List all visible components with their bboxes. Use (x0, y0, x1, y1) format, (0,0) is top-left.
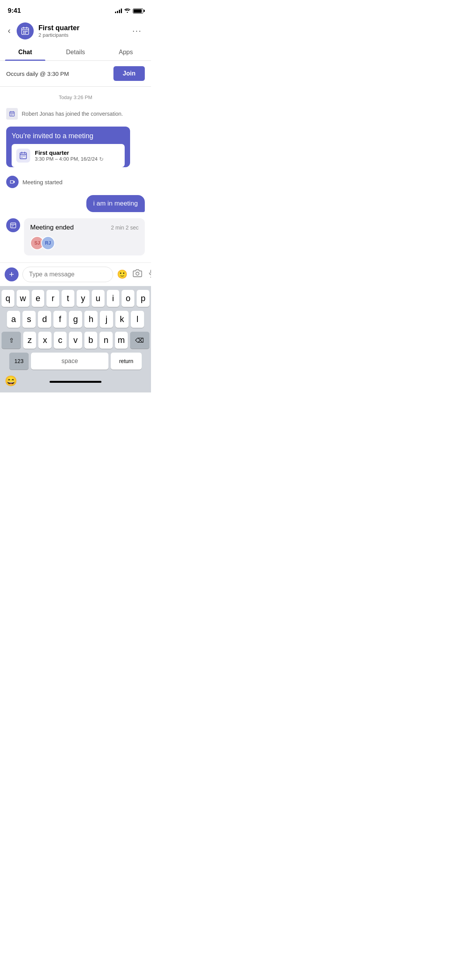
keyboard-row-1: q w e r t y u i o p (2, 290, 149, 307)
keyboard-row-3: ⇧ z x c v b n m ⌫ (2, 332, 149, 349)
chat-area: Today 3:26 PM Robert Jonas has joined th… (0, 87, 151, 262)
key-q[interactable]: q (2, 290, 14, 307)
add-button[interactable]: + (5, 267, 19, 281)
status-time: 9:41 (8, 7, 21, 15)
key-delete[interactable]: ⌫ (130, 332, 149, 349)
header-title: First quarter (38, 24, 124, 32)
key-i[interactable]: i (107, 290, 120, 307)
outgoing-message-wrap: i am in meeting (0, 193, 151, 214)
join-button[interactable]: Join (113, 66, 145, 81)
keyboard: q w e r t y u i o p a s d f g h j k l ⇧ … (0, 286, 151, 392)
meeting-ended-wrap: Meeting ended 2 min 2 sec SJ RJ (0, 214, 151, 259)
svg-rect-17 (12, 115, 12, 115)
more-button[interactable]: ··· (129, 24, 145, 38)
key-t[interactable]: t (62, 290, 74, 307)
key-r[interactable]: r (46, 290, 59, 307)
keyboard-emoji-button[interactable]: 😄 (3, 373, 19, 389)
svg-rect-30 (12, 226, 12, 227)
input-actions: 🙂 (117, 269, 151, 280)
message-input[interactable] (22, 267, 113, 282)
svg-rect-8 (25, 33, 26, 34)
invite-card-details: First quarter 3:30 PM – 4:00 PM, 16/2/24… (35, 149, 104, 162)
key-s[interactable]: s (22, 311, 36, 328)
svg-rect-22 (21, 156, 22, 156)
svg-rect-24 (24, 156, 25, 156)
participant-avatars: SJ RJ (30, 236, 139, 250)
key-k[interactable]: k (115, 311, 129, 328)
key-numbers[interactable]: 123 (9, 353, 29, 370)
svg-rect-14 (12, 114, 12, 114)
meeting-duration: 2 min 2 sec (111, 224, 139, 231)
header-subtitle: 2 participants (38, 32, 124, 38)
date-separator: Today 3:26 PM (0, 94, 151, 100)
meeting-ended-label: Meeting ended (30, 224, 74, 231)
system-message-text: Robert Jonas has joined the conversation… (22, 111, 123, 117)
participant-rj: RJ (41, 236, 55, 250)
svg-rect-4 (23, 31, 24, 32)
svg-point-31 (136, 272, 139, 275)
key-a[interactable]: a (7, 311, 20, 328)
key-u[interactable]: u (92, 290, 105, 307)
keyboard-row-2: a s d f g h j k l (2, 311, 149, 328)
invite-card-icon (16, 149, 30, 163)
invite-card: You're invited to a meeting First quarte… (6, 127, 130, 167)
svg-rect-16 (11, 115, 12, 115)
svg-rect-29 (13, 225, 14, 226)
meeting-ended-avatar (6, 218, 20, 232)
key-y[interactable]: y (77, 290, 89, 307)
key-shift[interactable]: ⇧ (2, 332, 21, 349)
signal-icon (115, 9, 122, 13)
keyboard-row-4: 123 space return (2, 353, 149, 370)
meeting-started: Meeting started (0, 171, 151, 193)
key-g[interactable]: g (69, 311, 82, 328)
key-v[interactable]: v (69, 332, 82, 349)
svg-rect-23 (23, 156, 24, 156)
key-w[interactable]: w (17, 290, 29, 307)
join-banner-text: Occurs daily @ 3:30 PM (6, 70, 69, 77)
wifi-icon (124, 8, 130, 14)
key-x[interactable]: x (38, 332, 51, 349)
key-n[interactable]: n (100, 332, 112, 349)
svg-rect-32 (151, 270, 151, 274)
mic-button[interactable] (148, 269, 151, 280)
key-f[interactable]: f (53, 311, 67, 328)
keyboard-bottom: 😄 (2, 373, 149, 391)
tab-apps[interactable]: Apps (101, 44, 151, 60)
svg-rect-5 (25, 31, 26, 32)
tab-chat[interactable]: Chat (0, 44, 50, 60)
key-return[interactable]: return (111, 353, 142, 370)
input-area: + 🙂 (0, 262, 151, 286)
home-indicator (50, 381, 101, 383)
back-button[interactable]: ‹ (6, 24, 12, 38)
key-h[interactable]: h (84, 311, 98, 328)
key-space[interactable]: space (31, 353, 108, 370)
tabs: Chat Details Apps (0, 44, 151, 61)
camera-icon (6, 176, 19, 188)
key-l[interactable]: l (131, 311, 144, 328)
svg-rect-25 (21, 157, 22, 158)
meeting-ended-header: Meeting ended 2 min 2 sec (30, 224, 139, 231)
status-icons (115, 8, 143, 14)
key-b[interactable]: b (84, 332, 97, 349)
svg-rect-7 (23, 33, 24, 34)
invite-card-inner: First quarter 3:30 PM – 4:00 PM, 16/2/24… (12, 144, 125, 167)
svg-rect-13 (11, 114, 12, 114)
emoji-button[interactable]: 🙂 (117, 269, 127, 279)
key-m[interactable]: m (115, 332, 128, 349)
tab-details[interactable]: Details (50, 44, 101, 60)
key-o[interactable]: o (122, 290, 134, 307)
key-z[interactable]: z (23, 332, 36, 349)
meeting-started-text: Meeting started (22, 179, 62, 185)
key-d[interactable]: d (38, 311, 51, 328)
svg-rect-6 (26, 31, 27, 32)
camera-button[interactable] (133, 269, 142, 280)
header: ‹ First quarter 2 participants ··· (0, 19, 151, 44)
key-c[interactable]: c (54, 332, 67, 349)
system-icon (6, 108, 18, 120)
key-e[interactable]: e (32, 290, 45, 307)
key-p[interactable]: p (137, 290, 149, 307)
svg-rect-15 (13, 114, 14, 114)
key-j[interactable]: j (100, 311, 113, 328)
avatar (17, 22, 34, 39)
status-bar: 9:41 (0, 0, 151, 19)
